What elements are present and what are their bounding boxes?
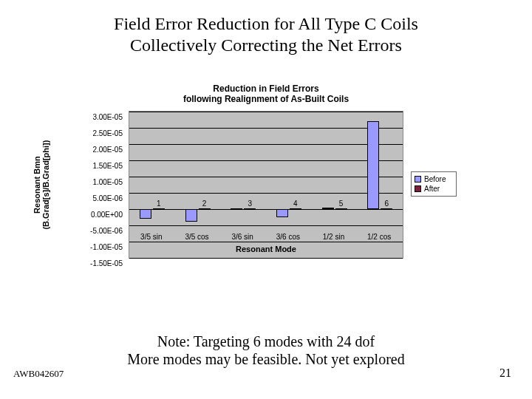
y-tick-label: 2.50E-05 bbox=[92, 129, 123, 137]
footnote-line-1: Note: Targeting 6 modes with 24 dof bbox=[157, 333, 375, 349]
x-tick-label: 3/6 sin bbox=[231, 233, 253, 241]
y-tick-label: -5.00E-06 bbox=[90, 226, 123, 234]
title-line-2: Collectively Correcting the Net Errors bbox=[130, 35, 402, 55]
grid-line bbox=[129, 258, 403, 259]
legend-label-before: Before bbox=[424, 174, 446, 184]
grid-line bbox=[129, 144, 403, 145]
grid-line bbox=[129, 209, 403, 210]
bar-after bbox=[199, 208, 211, 210]
x-tick-label: 1/2 sin bbox=[323, 233, 344, 241]
footnote: Note: Targeting 6 modes with 24 dof More… bbox=[0, 332, 532, 368]
grid-line bbox=[129, 225, 403, 226]
bar-before bbox=[322, 208, 334, 209]
bar-before bbox=[231, 208, 242, 210]
chart-title: Reduction in Field Errors following Real… bbox=[81, 83, 451, 105]
title-line-1: Field Error Reduction for All Type C Coi… bbox=[114, 14, 418, 33]
bar-after bbox=[153, 208, 165, 210]
y-axis-ticks: 3.00E-052.50E-052.00E-051.50E-051.00E-05… bbox=[81, 111, 126, 259]
x-axis-ticks: 3/5 sin3/5 cos3/6 sin3/6 cos1/2 sin1/2 c… bbox=[129, 233, 403, 243]
y-axis-label-line-1: Resonant Bmn bbox=[33, 156, 41, 214]
y-tick-label: -1.50E-05 bbox=[90, 259, 123, 267]
bar-after bbox=[381, 208, 392, 210]
grid-line bbox=[129, 112, 403, 112]
y-axis-label: Resonant Bmn (B.Grad[s]/B.Grad[phi]) bbox=[4, 111, 78, 259]
grid-line bbox=[129, 160, 403, 161]
grid-line bbox=[129, 193, 403, 194]
legend: Before After bbox=[411, 171, 457, 197]
footer-code: AWB042607 bbox=[13, 368, 64, 380]
legend-item-before: Before bbox=[415, 174, 453, 184]
bar-after bbox=[290, 208, 301, 210]
x-tick-label: 1/2 cos bbox=[367, 233, 391, 241]
x-tick-label: 3/5 cos bbox=[185, 233, 208, 241]
legend-swatch-after bbox=[415, 185, 421, 192]
page-title: Field Error Reduction for All Type C Coi… bbox=[0, 0, 532, 56]
y-axis-label-line-2: (B.Grad[s]/B.Grad[phi]) bbox=[41, 140, 50, 229]
bar-before bbox=[140, 209, 151, 219]
bar-before bbox=[185, 209, 197, 222]
y-tick-label: 0.00E+00 bbox=[91, 210, 123, 218]
bar-before bbox=[367, 121, 379, 209]
legend-swatch-before bbox=[415, 176, 421, 183]
y-tick-label: 2.00E-05 bbox=[92, 145, 123, 153]
legend-item-after: After bbox=[415, 184, 453, 194]
y-tick-label: 1.00E-05 bbox=[92, 177, 123, 185]
x-tick-label: 3/5 sin bbox=[140, 233, 162, 241]
y-tick-label: 5.00E-06 bbox=[92, 194, 123, 202]
page-number: 21 bbox=[499, 366, 511, 380]
grid-line bbox=[129, 177, 403, 177]
chart: Reduction in Field Errors following Real… bbox=[81, 83, 451, 283]
y-tick-label: 1.50E-05 bbox=[92, 161, 123, 169]
y-tick-label: -1.00E-05 bbox=[90, 242, 123, 250]
slide: Field Error Reduction for All Type C Coi… bbox=[0, 0, 532, 399]
bar-after bbox=[244, 208, 256, 210]
chart-title-line-1: Reduction in Field Errors bbox=[213, 83, 318, 94]
x-axis-label: Resonant Mode bbox=[129, 245, 403, 253]
bar-before bbox=[276, 209, 288, 217]
footnote-line-2: More modes may be feasible. Not yet expl… bbox=[127, 351, 404, 367]
y-tick-label: 3.00E-05 bbox=[92, 112, 123, 120]
x-tick-label: 3/6 cos bbox=[276, 233, 300, 241]
chart-title-line-2: following Realignment of As-Built Coils bbox=[183, 94, 349, 104]
bar-after bbox=[335, 208, 347, 210]
legend-label-after: After bbox=[424, 184, 440, 194]
grid-line bbox=[129, 128, 403, 129]
